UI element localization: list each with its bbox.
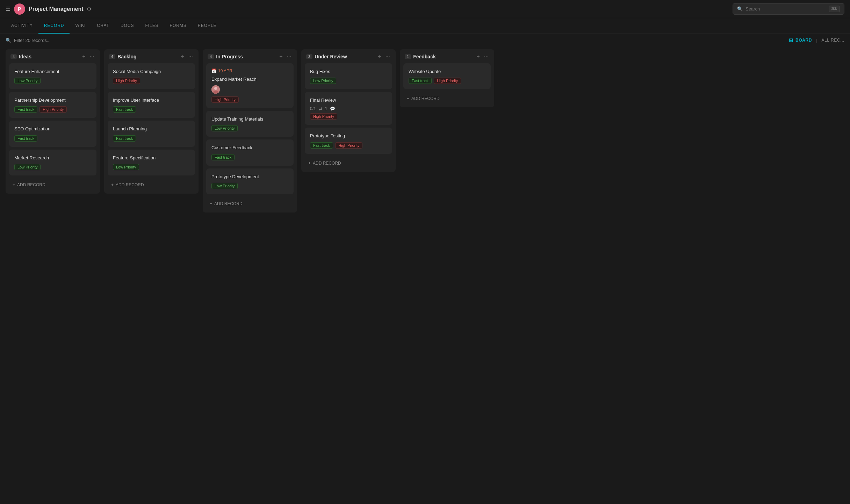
col-count-in-progress: 4 (208, 54, 214, 59)
card[interactable]: Bug FixesLow Priority (305, 63, 392, 89)
app-title: Project Management (29, 6, 83, 12)
col-count-feedback: 1 (405, 54, 411, 59)
card-tags: Low Priority (211, 183, 288, 189)
kanban-board: 4 Ideas + ··· Feature EnhancementLow Pri… (0, 46, 850, 215)
tag-high: High Priority (310, 113, 337, 120)
card-title: Improve User Interface (113, 97, 190, 103)
col-actions-feedback: + ··· (476, 53, 489, 60)
cards-backlog: Social Media CampaignHigh PriorityImprov… (104, 63, 199, 179)
tab-docs[interactable]: DOCS (115, 18, 140, 34)
card[interactable]: Prototype DevelopmentLow Priority (206, 168, 294, 194)
tag-fast: Fast track (409, 78, 432, 84)
col-add-btn-backlog[interactable]: + (180, 53, 185, 60)
card-tags: Fast trackHigh Priority (409, 78, 485, 84)
tag-fast: Fast track (113, 135, 136, 142)
tag-high: High Priority (335, 142, 362, 149)
card[interactable]: Launch PlanningFast track (108, 121, 195, 146)
card-title: Prototype Testing (310, 133, 387, 139)
tab-files[interactable]: FILES (139, 18, 164, 34)
svg-point-1 (214, 87, 217, 90)
card[interactable]: Feature EnhancementLow Priority (9, 63, 96, 89)
col-add-btn-feedback[interactable]: + (476, 53, 480, 60)
card-title: SEO Optimization (14, 126, 91, 132)
card[interactable]: Market ResearchLow Priority (9, 150, 96, 175)
column-feedback: 1 Feedback + ··· Website UpdateFast trac… (400, 49, 494, 107)
plus-icon: + (111, 182, 114, 187)
col-menu-btn-backlog[interactable]: ··· (188, 53, 194, 60)
tag-fast: Fast track (211, 154, 235, 160)
column-under-review: 3 Under Review + ··· Bug FixesLow Priori… (301, 49, 396, 172)
gear-icon[interactable]: ⚙ (87, 6, 91, 12)
app-logo: P (14, 3, 25, 15)
col-add-btn-under-review[interactable]: + (377, 53, 382, 60)
col-actions-ideas: + ··· (81, 53, 95, 60)
add-record-btn-ideas[interactable]: + ADD RECORD (8, 179, 98, 191)
card[interactable]: Update Training MaterialsLow Priority (206, 111, 294, 137)
subtask-icon: ⇄ (319, 106, 322, 111)
tab-chat[interactable]: CHAT (91, 18, 115, 34)
hamburger-icon[interactable]: ☰ (6, 6, 10, 12)
tag-high: High Priority (211, 96, 239, 103)
col-count-under-review: 3 (306, 54, 312, 59)
toolbar: 🔍 Filter 20 records... ⊞ BOARD | ALL REC… (0, 34, 850, 46)
card-tags: Low Priority (211, 125, 288, 131)
card-meta: 📅 19 APR (211, 69, 288, 73)
card[interactable]: Final Review 0/1 ⇄ 1 💬 High Priority (305, 92, 392, 125)
tab-wiki[interactable]: WIKI (70, 18, 91, 34)
card-tags: Fast track (211, 154, 288, 160)
board-label: BOARD (795, 38, 812, 43)
add-record-btn-backlog[interactable]: + ADD RECORD (106, 179, 196, 191)
card-title: Update Training Materials (211, 116, 288, 122)
card[interactable]: Feature SpecificationLow Priority (108, 150, 195, 175)
col-menu-btn-in-progress[interactable]: ··· (286, 53, 292, 60)
tab-activity[interactable]: ACTIVITY (6, 18, 38, 34)
add-record-btn-in-progress[interactable]: + ADD RECORD (205, 198, 295, 210)
column-header-in-progress: 4 In Progress + ··· (203, 49, 297, 63)
header-left: ☰ P Project Management ⚙ (6, 3, 728, 15)
col-menu-btn-ideas[interactable]: ··· (89, 53, 95, 60)
add-record-btn-under-review[interactable]: + ADD RECORD (303, 157, 394, 169)
tag-fast: Fast track (310, 142, 333, 149)
tag-fast: Fast track (113, 106, 136, 113)
card[interactable]: Prototype TestingFast trackHigh Priority (305, 128, 392, 153)
plus-icon: + (308, 161, 311, 166)
card[interactable]: Customer FeedbackFast track (206, 139, 294, 165)
tag-low: Low Priority (310, 78, 336, 84)
card-tags: Fast trackHigh Priority (310, 142, 387, 149)
keyboard-shortcut: ⌘K (829, 6, 840, 12)
card-tags: Fast track (113, 106, 190, 113)
all-records-button[interactable]: ALL REC... (821, 38, 844, 43)
card-stats: 0/1 ⇄ 1 💬 (310, 106, 387, 111)
filter-label[interactable]: Filter 20 records... (14, 38, 51, 43)
col-actions-under-review: + ··· (377, 53, 391, 60)
search-bar[interactable]: 🔍 ⌘K (733, 3, 844, 15)
card[interactable]: Improve User InterfaceFast track (108, 92, 195, 118)
search-input[interactable] (745, 6, 826, 12)
card-tags: High Priority (310, 113, 387, 120)
card[interactable]: Website UpdateFast trackHigh Priority (403, 63, 491, 89)
col-menu-btn-feedback[interactable]: ··· (483, 53, 489, 60)
board-view-button[interactable]: ⊞ BOARD (789, 37, 812, 43)
column-in-progress: 4 In Progress + ··· 📅 19 APR Expand Mark… (203, 49, 297, 213)
filter-area[interactable]: 🔍 Filter 20 records... (6, 38, 51, 43)
card[interactable]: 📅 19 APR Expand Market Reach High Priori… (206, 63, 294, 108)
card-title: Website Update (409, 69, 485, 75)
col-add-btn-in-progress[interactable]: + (279, 53, 283, 60)
column-header-feedback: 1 Feedback + ··· (400, 49, 494, 63)
col-menu-btn-under-review[interactable]: ··· (385, 53, 391, 60)
tab-people[interactable]: PEOPLE (192, 18, 222, 34)
cards-ideas: Feature EnhancementLow PriorityPartnersh… (6, 63, 100, 179)
col-title-in-progress: In Progress (216, 54, 276, 59)
col-title-backlog: Backlog (117, 54, 178, 59)
card[interactable]: Partnership DevelopmentFast trackHigh Pr… (9, 92, 96, 118)
tab-record[interactable]: RECORD (38, 18, 70, 34)
card-date: 19 APR (218, 69, 232, 73)
card[interactable]: SEO OptimizationFast track (9, 121, 96, 146)
nav-tabs: ACTIVITY RECORD WIKI CHAT DOCS FILES FOR… (0, 18, 850, 34)
card-tags: Low Priority (310, 78, 387, 84)
divider: | (816, 38, 817, 43)
card[interactable]: Social Media CampaignHigh Priority (108, 63, 195, 89)
col-add-btn-ideas[interactable]: + (81, 53, 86, 60)
add-record-btn-feedback[interactable]: + ADD RECORD (402, 93, 492, 105)
tab-forms[interactable]: FORMS (164, 18, 192, 34)
